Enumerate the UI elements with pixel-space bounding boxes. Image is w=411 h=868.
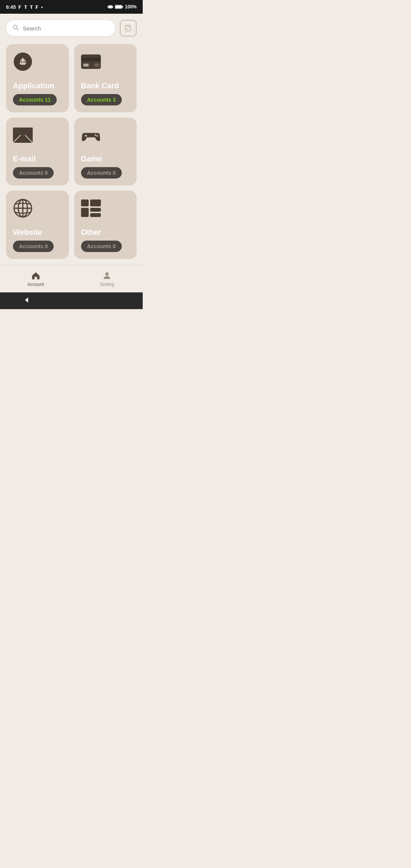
person-icon (102, 271, 112, 281)
search-container: V (0, 14, 143, 41)
svg-point-24 (94, 134, 96, 136)
home-button[interactable] (72, 298, 78, 304)
other-icon (81, 198, 101, 218)
svg-rect-30 (81, 199, 89, 206)
game-accounts-badge: Accounts 0 (81, 167, 122, 179)
svg-rect-0 (109, 5, 112, 8)
svg-rect-15 (83, 64, 89, 67)
svg-line-7 (17, 29, 18, 30)
facebook-icon: 𝗙 (18, 4, 22, 10)
android-nav (0, 292, 143, 309)
svg-rect-2 (113, 6, 113, 8)
twitter-icon: 𝗧 (24, 4, 27, 10)
svg-marker-36 (25, 297, 28, 302)
status-right: 100% (107, 4, 137, 10)
bank-card-card[interactable]: Bank Card Accounts 3 (74, 44, 137, 112)
application-title: Application (13, 81, 62, 90)
search-bar[interactable] (6, 20, 115, 36)
clipboard-button[interactable]: V (120, 20, 137, 37)
battery-icon (115, 5, 123, 9)
svg-rect-33 (90, 208, 101, 212)
svg-point-35 (105, 272, 109, 276)
status-bar: 6:45 𝗙 𝗧 𝗧 𝗙 • 100% (0, 0, 143, 14)
other-accounts-badge: Accounts 0 (81, 241, 122, 252)
game-icon (81, 125, 101, 145)
svg-point-17 (97, 63, 100, 67)
application-accounts-badge: Accounts 11 (13, 94, 57, 105)
search-icon (12, 24, 19, 32)
application-card[interactable]: ⊕ Application Accounts 11 (6, 44, 69, 112)
battery-percent: 100% (125, 4, 137, 10)
globe-icon (13, 198, 33, 218)
bank-card-title: Bank Card (81, 81, 130, 90)
email-title: E-mail (13, 155, 62, 163)
svg-rect-32 (81, 208, 89, 217)
bottom-nav: Account Setting (0, 265, 143, 292)
svg-text:V: V (126, 28, 128, 30)
status-left: 6:45 𝗙 𝗧 𝗧 𝗙 • (6, 4, 43, 10)
svg-rect-1 (108, 6, 108, 8)
nav-item-setting[interactable]: Setting (72, 265, 143, 292)
search-input[interactable] (23, 25, 109, 32)
cards-grid: ⊕ Application Accounts 11 (0, 41, 143, 265)
clipboard-icon: V (124, 24, 132, 32)
back-button[interactable] (19, 293, 33, 308)
dot-icon: • (41, 4, 43, 10)
website-title: Website (13, 228, 62, 237)
email-accounts-badge: Accounts 0 (13, 167, 54, 179)
app-store-icon: ⊕ (13, 52, 33, 72)
other-card[interactable]: Other Accounts 0 (74, 191, 137, 259)
recents-button[interactable] (117, 298, 123, 304)
email-icon (13, 125, 33, 145)
facebook-icon-2: 𝗙 (35, 4, 39, 10)
time: 6:45 (6, 4, 16, 10)
svg-rect-31 (90, 199, 101, 206)
game-title: Game (81, 155, 130, 163)
svg-rect-5 (122, 6, 123, 8)
setting-nav-label: Setting (100, 282, 114, 287)
website-accounts-badge: Accounts 0 (13, 241, 54, 252)
vibrate-icon (107, 4, 113, 10)
svg-point-25 (96, 135, 98, 137)
svg-rect-22 (85, 134, 86, 137)
svg-rect-14 (81, 57, 101, 61)
home-icon (31, 271, 41, 281)
svg-rect-23 (84, 136, 87, 136)
bank-card-accounts-badge: Accounts 3 (81, 94, 122, 105)
email-card[interactable]: E-mail Accounts 0 (6, 118, 69, 186)
other-title: Other (81, 228, 130, 237)
svg-rect-34 (90, 213, 101, 217)
nav-item-account[interactable]: Account (0, 265, 72, 292)
twitter-icon-2: 𝗧 (30, 4, 33, 10)
account-nav-label: Account (27, 282, 44, 287)
svg-rect-4 (115, 5, 122, 8)
website-card[interactable]: Website Accounts 0 (6, 191, 69, 259)
bank-card-icon (81, 52, 101, 72)
game-card[interactable]: Game Accounts 0 (74, 118, 137, 186)
